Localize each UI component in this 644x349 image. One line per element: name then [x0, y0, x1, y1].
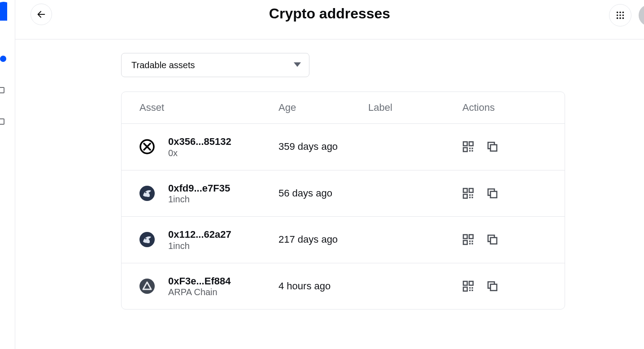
- svg-rect-47: [463, 287, 467, 291]
- apps-grid-icon: [615, 10, 625, 20]
- coin-name: ARPA Chain: [168, 287, 278, 297]
- age-text: 56 days ago: [278, 188, 368, 199]
- svg-rect-15: [463, 142, 467, 146]
- table-row: 0xF3e...Ef884 ARPA Chain 4 hours ago: [122, 263, 565, 310]
- coin-name: 1inch: [168, 241, 278, 251]
- asset-filter-label: Tradable assets: [131, 60, 195, 70]
- nav-item[interactable]: [0, 118, 4, 125]
- svg-rect-25: [463, 188, 467, 192]
- address-text: 0x356...85132: [168, 135, 278, 148]
- svg-rect-51: [472, 289, 473, 291]
- svg-point-1: [617, 12, 618, 13]
- svg-rect-42: [491, 238, 497, 244]
- copy-button[interactable]: [487, 141, 498, 153]
- nav-item[interactable]: [0, 87, 4, 93]
- svg-rect-49: [472, 287, 473, 288]
- qr-code-icon: [462, 188, 474, 199]
- copy-icon: [487, 188, 498, 199]
- caret-down-icon: [294, 62, 301, 68]
- col-age: Age: [278, 102, 368, 113]
- copy-button[interactable]: [487, 280, 498, 292]
- svg-rect-52: [491, 284, 497, 290]
- copy-button[interactable]: [487, 234, 498, 245]
- svg-rect-19: [472, 148, 473, 149]
- svg-marker-10: [294, 62, 301, 67]
- svg-rect-46: [469, 281, 473, 285]
- svg-rect-21: [472, 150, 473, 152]
- coin-icon: [139, 279, 155, 294]
- svg-rect-29: [472, 194, 473, 196]
- svg-point-6: [622, 14, 624, 16]
- table-row: 0x356...85132 0x 359 days ago: [122, 124, 565, 170]
- coin-icon: [139, 139, 155, 154]
- svg-rect-22: [491, 145, 497, 151]
- svg-rect-38: [469, 240, 470, 242]
- svg-rect-28: [469, 194, 470, 196]
- svg-rect-41: [472, 243, 473, 244]
- svg-rect-36: [469, 235, 473, 239]
- svg-point-3: [622, 12, 624, 13]
- svg-rect-26: [469, 188, 473, 192]
- svg-rect-39: [472, 240, 473, 242]
- coin-name: 1inch: [168, 194, 278, 205]
- apps-menu-button[interactable]: [609, 4, 631, 26]
- asset-filter-dropdown[interactable]: Tradable assets: [121, 53, 309, 77]
- coin-icon: [139, 186, 155, 201]
- page-title: Crypto addresses: [15, 5, 644, 22]
- age-text: 217 days ago: [278, 234, 368, 245]
- age-text: 359 days ago: [278, 141, 368, 153]
- col-label: Label: [368, 102, 462, 113]
- address-text: 0xF3e...Ef884: [168, 275, 278, 288]
- svg-rect-27: [463, 194, 467, 198]
- svg-point-2: [619, 12, 621, 13]
- coin-name: 0x: [168, 148, 278, 158]
- avatar-slice[interactable]: [638, 3, 644, 28]
- brand-logo-slice: [0, 1, 7, 21]
- copy-button[interactable]: [487, 188, 498, 199]
- svg-rect-30: [469, 196, 470, 198]
- table-row: 0x112...62a27 1inch 217 days ago: [122, 217, 565, 263]
- col-asset: Asset: [139, 102, 278, 113]
- svg-point-7: [617, 17, 618, 19]
- age-text: 4 hours ago: [278, 280, 368, 292]
- svg-point-8: [619, 17, 621, 19]
- qr-button[interactable]: [462, 234, 474, 245]
- copy-icon: [487, 141, 498, 153]
- svg-rect-31: [472, 196, 473, 198]
- svg-rect-40: [469, 243, 470, 244]
- side-rail: [0, 0, 15, 349]
- svg-rect-20: [469, 150, 470, 152]
- svg-point-4: [617, 14, 618, 16]
- nav-item-active[interactable]: [0, 56, 6, 62]
- svg-rect-37: [463, 240, 467, 244]
- qr-code-icon: [462, 280, 474, 292]
- svg-rect-32: [491, 191, 497, 197]
- table-header: Asset Age Label Actions: [122, 92, 565, 124]
- svg-rect-48: [469, 287, 470, 288]
- qr-code-icon: [462, 234, 474, 245]
- topbar: Crypto addresses: [15, 0, 644, 39]
- svg-point-9: [622, 17, 624, 19]
- qr-code-icon: [462, 141, 474, 153]
- copy-icon: [487, 280, 498, 292]
- qr-button[interactable]: [462, 188, 474, 199]
- coin-icon: [139, 232, 155, 247]
- svg-rect-35: [463, 235, 467, 239]
- table-row: 0xfd9...e7F35 1inch 56 days ago: [122, 170, 565, 217]
- svg-point-34: [145, 238, 146, 240]
- svg-rect-50: [469, 289, 470, 291]
- copy-icon: [487, 234, 498, 245]
- address-text: 0x112...62a27: [168, 228, 278, 241]
- svg-rect-17: [463, 148, 467, 152]
- qr-button[interactable]: [462, 141, 474, 153]
- qr-button[interactable]: [462, 280, 474, 292]
- svg-rect-45: [463, 281, 467, 285]
- svg-rect-16: [469, 142, 473, 146]
- address-text: 0xfd9...e7F35: [168, 182, 278, 195]
- svg-point-24: [145, 192, 146, 193]
- svg-rect-18: [469, 148, 470, 149]
- svg-point-43: [139, 279, 155, 294]
- address-table: Asset Age Label Actions 0x356...85132 0x…: [121, 92, 565, 310]
- svg-point-5: [619, 14, 621, 16]
- col-actions: Actions: [462, 102, 547, 113]
